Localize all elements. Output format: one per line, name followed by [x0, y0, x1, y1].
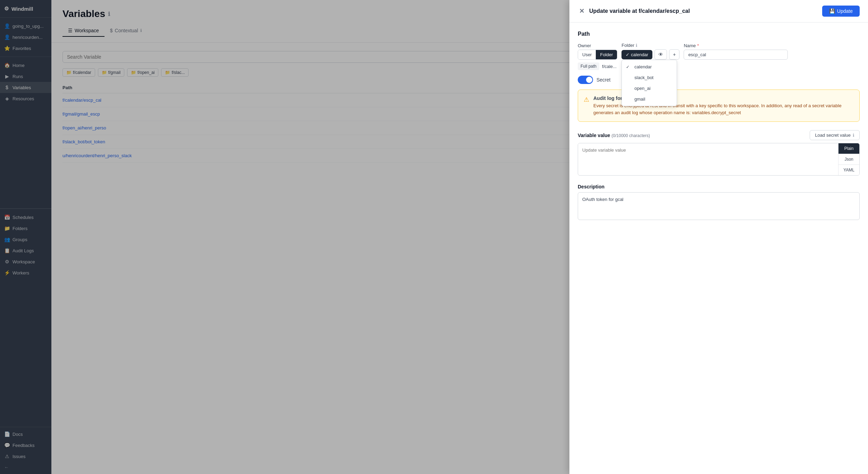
save-icon: 💾 — [829, 8, 835, 14]
audit-warning: ⚠ Audit log for each access Every secret… — [578, 90, 860, 122]
owner-label: Owner — [578, 43, 617, 48]
modal-body: Path Owner User Folder Folder ℹ — [569, 23, 868, 474]
name-label: Name * — [684, 43, 788, 48]
folder-option-slack-bot[interactable]: slack_bot — [622, 72, 677, 83]
required-asterisk: * — [697, 43, 699, 48]
folder-label: Folder ℹ — [621, 43, 679, 48]
load-secret-info-icon: ℹ — [853, 133, 854, 138]
owner-folder-row: Owner User Folder Folder ℹ ✓ — [578, 43, 860, 60]
warning-icon: ⚠ — [584, 96, 589, 116]
folder-select-button[interactable]: ✓ calendar — [621, 50, 652, 59]
format-json-btn[interactable]: Json — [838, 154, 859, 164]
add-folder-button[interactable]: + — [669, 49, 679, 60]
var-value-header: Variable value (0/10000 characters) Load… — [578, 130, 860, 140]
folder-option-gmail[interactable]: gmail — [622, 94, 677, 104]
check-mark: ✓ — [626, 52, 629, 57]
load-secret-button[interactable]: Load secret value ℹ — [810, 130, 860, 140]
modal-title: ✕ Update variable at f/calendar/escp_cal — [578, 6, 690, 16]
folder-group: Folder ℹ ✓ calendar ✓ calendar — [621, 43, 679, 60]
format-buttons: Plain Json YAML — [838, 143, 859, 175]
update-button[interactable]: 💾 Update — [822, 6, 860, 17]
update-variable-modal: ✕ Update variable at f/calendar/escp_cal… — [569, 0, 868, 474]
owner-group: Owner User Folder — [578, 43, 617, 60]
secret-label: Secret — [596, 77, 610, 83]
format-plain-btn[interactable]: Plain — [838, 143, 859, 154]
path-section: Path Owner User Folder Folder ℹ — [578, 31, 860, 122]
owner-toggle: User Folder — [578, 50, 617, 60]
user-toggle-btn[interactable]: User — [578, 50, 596, 59]
secret-toggle-row: Secret — [578, 76, 860, 84]
folder-dropdown: ✓ calendar slack_bot open_ai — [621, 60, 677, 106]
folder-option-calendar[interactable]: ✓ calendar — [622, 61, 677, 72]
description-textarea[interactable]: OAuth token for gcal — [578, 192, 860, 220]
plus-icon: + — [673, 52, 676, 57]
eye-button[interactable]: 👁 — [654, 49, 667, 60]
folder-controls: ✓ calendar ✓ calendar slack_bot — [621, 49, 679, 60]
path-section-title: Path — [578, 31, 860, 37]
eye-icon: 👁 — [658, 52, 663, 57]
description-label: Description — [578, 184, 860, 189]
full-path-label: Full path — [578, 62, 599, 70]
var-value-title: Variable value (0/10000 characters) — [578, 133, 650, 138]
selected-folder-label: calendar — [631, 52, 648, 57]
format-yaml-btn[interactable]: YAML — [838, 164, 859, 175]
modal-header: ✕ Update variable at f/calendar/escp_cal… — [569, 0, 868, 23]
full-path-row: Full path f/cale... — [578, 62, 860, 70]
modal-close-button[interactable]: ✕ — [578, 6, 586, 16]
check-icon: ✓ — [626, 65, 632, 69]
description-section: Description OAuth token for gcal — [578, 184, 860, 221]
secret-toggle[interactable] — [578, 76, 593, 84]
name-input[interactable] — [684, 50, 788, 60]
value-textarea[interactable] — [578, 143, 838, 171]
full-path-value: f/cale... — [602, 64, 617, 69]
folder-toggle-btn[interactable]: Folder — [596, 50, 617, 59]
name-group: Name * — [684, 43, 788, 60]
value-editor: Plain Json YAML — [578, 143, 860, 176]
folder-info-icon: ℹ — [636, 43, 637, 48]
variable-value-section: Variable value (0/10000 characters) Load… — [578, 130, 860, 176]
folder-option-open-ai[interactable]: open_ai — [622, 83, 677, 94]
